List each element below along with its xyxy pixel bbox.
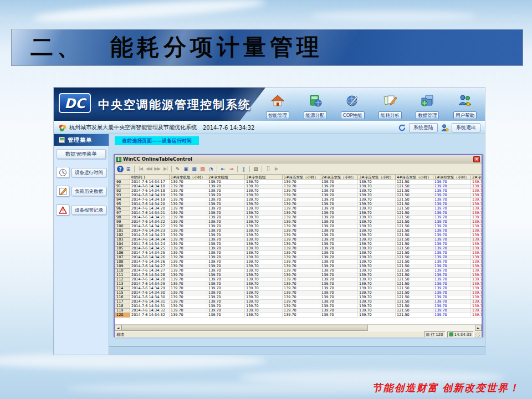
table-row[interactable]: 912014-7-6 14:34:18139.70139.70139.70139…	[115, 185, 482, 189]
sidebar-item-runtime[interactable]: 设备运行时间	[56, 167, 106, 178]
nav-label[interactable]: 能源分配	[304, 111, 327, 119]
table-row[interactable]: 1182014-7-6 14:34:31139.70139.70139.7013…	[115, 304, 482, 309]
sidebar-item-label[interactable]: 设备报警记录	[71, 206, 106, 215]
scrollbar-track[interactable]	[368, 325, 475, 331]
cell-timestamp: 2014-7-6 14:34:32	[130, 309, 170, 313]
table-row[interactable]: 902014-7-6 14:34:17139.70139.70139.70139…	[115, 180, 482, 185]
table-row[interactable]: 1022014-7-6 14:34:23139.70139.70139.7013…	[115, 233, 482, 238]
status-row-value: 120	[436, 332, 443, 337]
refresh-green-icon	[449, 332, 453, 336]
table-row[interactable]: 1122014-7-6 14:34:28139.70139.70139.7013…	[115, 278, 482, 282]
sidebar-menu-title-button[interactable]: 数据管理菜单	[57, 149, 106, 159]
table-row[interactable]: 1172014-7-6 14:34:31139.70139.70139.7013…	[115, 300, 482, 304]
table-row[interactable]: 1162014-7-6 14:34:30139.70139.70139.7013…	[115, 295, 482, 300]
wincc-titlebar[interactable]: WinCC OnlineTableControl ×	[115, 155, 482, 163]
system-login-button[interactable]: 系统登陆	[409, 123, 438, 132]
horizontal-scrollbar[interactable]: ◄ ►	[115, 324, 482, 331]
nav-item-cop-performance[interactable]: COP性能	[335, 90, 370, 119]
columns-icon[interactable]: ▦	[191, 165, 198, 172]
table-row[interactable]: 1082014-7-6 14:34:26139.70139.70139.7013…	[115, 260, 482, 264]
table-row[interactable]: 1042014-7-6 14:34:24139.70139.70139.7013…	[115, 242, 482, 247]
edit-pen-icon[interactable]: ✎	[174, 165, 181, 172]
sidebar-item-load-history[interactable]: 负荷历史数据	[56, 186, 106, 197]
app-window: DC 中央空调能源管理控制系统 智能管理 能源分配	[54, 88, 485, 355]
column-header[interactable]: 4#冷冻水泵（小时）	[396, 175, 433, 180]
table-row[interactable]: 1062014-7-6 14:34:25139.70139.70139.7013…	[115, 251, 482, 255]
nav-label[interactable]: 用户帮助	[453, 111, 477, 119]
cell-value: 139.70	[170, 198, 207, 202]
column-header[interactable]: 1#冷冻水泵（小时）	[283, 175, 320, 180]
nav-item-user-help[interactable]: 用户帮助	[447, 90, 483, 119]
selection-icon[interactable]: []	[264, 165, 272, 172]
sidebar-item-label[interactable]: 设备运行时间	[71, 168, 106, 177]
print-icon[interactable]: ▤	[252, 165, 259, 172]
cell-value: 139.70	[283, 304, 320, 309]
table-row[interactable]: 1102014-7-6 14:34:27139.70139.70139.7013…	[115, 269, 482, 273]
clock-range-icon[interactable]: ◔	[207, 165, 214, 172]
resize-grip[interactable]	[475, 332, 480, 337]
pause-icon[interactable]: ‖	[240, 165, 247, 172]
table-row[interactable]: 922014-7-6 14:34:18139.70139.70139.70139…	[115, 189, 482, 193]
nav-label[interactable]: 数据管理	[416, 111, 439, 119]
cell-value: 139.70	[283, 287, 320, 291]
nav-item-energy-allocation[interactable]: 能源分配	[298, 90, 333, 119]
table-row[interactable]: 1012014-7-6 14:34:23139.70139.70139.7013…	[115, 229, 482, 233]
table-row[interactable]: 1202014-7-6 14:34:32139.70139.70139.7013…	[115, 313, 482, 318]
system-logout-button[interactable]: 系统退出	[452, 123, 480, 132]
cell-value: 139.70	[207, 309, 245, 313]
import-icon[interactable]: ⇤	[219, 165, 227, 172]
cell-value: 139.70	[320, 193, 358, 198]
table-row[interactable]: 1072014-7-6 14:34:26139.70139.70139.7013…	[115, 255, 482, 260]
nav-label[interactable]: COP性能	[341, 111, 365, 119]
table-row[interactable]: 942014-7-6 14:34:19139.70139.70139.70139…	[115, 198, 482, 202]
column-header[interactable]: 3#冷冻水泵（小时）	[358, 175, 396, 180]
table-row[interactable]: 1092014-7-6 14:34:27139.70139.70139.7013…	[115, 264, 482, 269]
scroll-right-icon[interactable]: ►	[475, 325, 482, 331]
prev-record-icon[interactable]: ◀◀	[145, 165, 152, 172]
table-row[interactable]: 1002014-7-6 14:34:22139.70139.70139.7013…	[115, 224, 482, 229]
nav-item-energy-analysis[interactable]: 能耗分析	[372, 90, 408, 119]
next-record-icon[interactable]: ▶▶	[154, 165, 161, 172]
column-header[interactable]: 1#冷水机组（小时）	[170, 175, 207, 180]
table-row[interactable]: 1142014-7-6 14:34:29139.70139.70139.7013…	[115, 287, 482, 291]
table-row[interactable]: 962014-7-6 14:34:20139.70139.70139.70139…	[115, 207, 482, 211]
column-header[interactable]: 2#冷冻水泵（小时）	[320, 175, 358, 180]
table-row[interactable]: 1152014-7-6 14:34:30139.70139.70139.7013…	[115, 291, 482, 295]
nav-item-smart-management[interactable]: 智能管理	[260, 90, 295, 119]
table-row[interactable]: 992014-7-6 14:34:22139.70139.70139.70139…	[115, 220, 482, 224]
table-row[interactable]: 982014-7-6 14:34:21139.70139.70139.70139…	[115, 216, 482, 220]
close-icon[interactable]: ×	[473, 156, 480, 162]
table-row[interactable]: 1132014-7-6 14:34:29139.70139.70139.7013…	[115, 282, 482, 287]
autoscroll-icon[interactable]: ▶	[273, 165, 280, 172]
column-header[interactable]: 2#冷水机组	[207, 175, 245, 180]
table-row[interactable]: 1032014-7-6 14:34:24139.70139.70139.7013…	[115, 238, 482, 242]
last-record-icon[interactable]: ▶|	[162, 165, 169, 172]
cell-value: 139.70	[433, 313, 471, 318]
nav-label[interactable]: 智能管理	[266, 111, 289, 119]
table-row[interactable]: 952014-7-6 14:34:20139.70139.70139.70139…	[115, 202, 482, 207]
nav-item-data-management[interactable]: 数据管理	[410, 90, 445, 119]
globe-pen-icon	[345, 94, 360, 110]
cell-value: 121.50	[396, 304, 433, 309]
sidebar-item-label[interactable]: 负荷历史数据	[71, 187, 106, 196]
help-icon[interactable]: ?	[117, 166, 124, 172]
nav-label[interactable]: 能耗分析	[378, 111, 402, 119]
first-record-icon[interactable]: |◀	[137, 165, 144, 172]
table-row[interactable]: 932014-7-6 14:34:19139.70139.70139.70139…	[115, 193, 482, 198]
sidebar-item-alarm-records[interactable]: 设备报警记录	[56, 204, 106, 216]
table-row[interactable]: 972014-7-6 14:34:21139.70139.70139.70139…	[115, 211, 482, 216]
column-header[interactable]: 1#冷却水泵（小时）	[433, 175, 471, 180]
scroll-left-icon[interactable]: ◄	[115, 325, 121, 331]
table-row[interactable]: 1192014-7-6 14:34:32139.70139.70139.7013…	[115, 309, 482, 313]
wincc-statusbar: 就绪 ▤ 行 120 14:34:33	[115, 331, 482, 337]
export-icon[interactable]: ⇥	[228, 165, 235, 172]
column-header[interactable]: 时间列 1	[130, 175, 170, 180]
column-header[interactable]: 3#冷水机组	[245, 175, 283, 180]
column-header[interactable]: 2#冷却水泵（小时）	[471, 175, 482, 180]
table-row[interactable]: 1052014-7-6 14:34:25139.70139.70139.7013…	[115, 247, 482, 251]
copy-icon[interactable]: ▣	[182, 165, 190, 172]
time-select-icon[interactable]: ⊞	[125, 165, 132, 172]
statistics-icon[interactable]: ▧	[199, 165, 206, 172]
scrollbar-thumb[interactable]	[121, 325, 368, 331]
table-row[interactable]: 1112014-7-6 14:34:28139.70139.70139.7013…	[115, 273, 482, 278]
